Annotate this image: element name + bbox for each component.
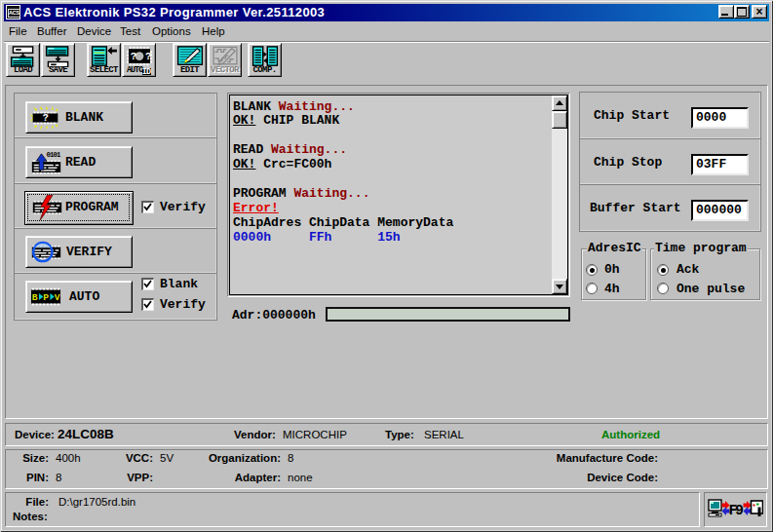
svg-text:F9: F9 — [729, 503, 745, 519]
svg-text:?: ? — [43, 113, 49, 124]
svg-text:B: B — [32, 292, 38, 303]
svg-text:V: V — [55, 292, 60, 303]
svg-text:0101: 0101 — [47, 151, 61, 159]
svg-text:?: ? — [145, 51, 152, 62]
svg-text:?: ? — [131, 51, 137, 62]
svg-text:P: P — [43, 292, 49, 303]
